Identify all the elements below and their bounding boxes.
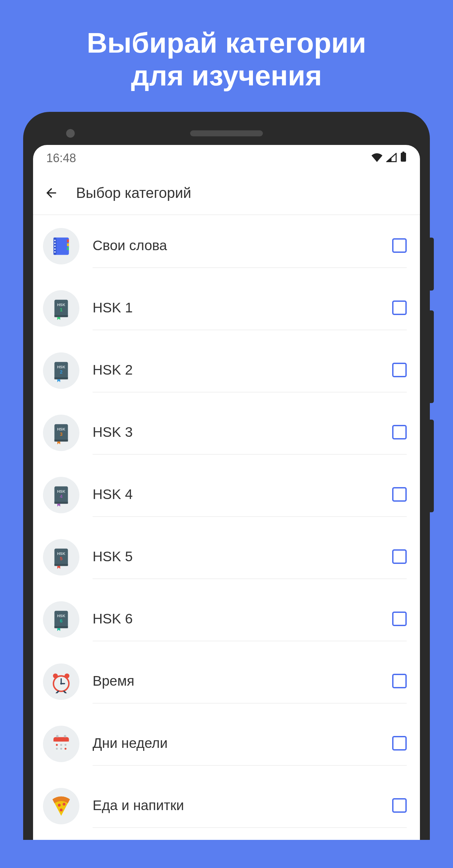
svg-point-55 [58,803,61,806]
phone-side-button [430,310,434,403]
category-row-food-drinks[interactable]: Еда и напитки [33,775,420,837]
svg-rect-33 [55,626,68,628]
svg-point-8 [54,243,56,244]
svg-point-57 [60,808,63,811]
svg-text:3: 3 [60,432,63,437]
category-label: HSK 4 [93,487,133,502]
phone-screen: 16:48 Выбор категорий С [33,145,420,840]
svg-text:5: 5 [60,556,63,561]
book-hsk-icon: HSK1 [43,290,79,327]
category-label-wrap: HSK 4 [93,483,407,517]
category-label: Еда и напитки [93,798,184,813]
svg-point-11 [54,251,56,252]
signal-icon [386,151,397,165]
category-row-own-words[interactable]: Свои слова [33,215,420,277]
category-row-hsk4[interactable]: HSK4HSK 4 [33,464,420,526]
category-label-wrap: HSK 6 [93,608,407,641]
svg-point-53 [60,748,62,749]
category-label: HSK 2 [93,362,133,378]
svg-text:1: 1 [60,307,63,312]
svg-point-52 [56,748,58,749]
clock-icon [43,663,79,700]
category-label: Дни недели [93,735,168,751]
svg-rect-17 [55,377,68,379]
category-checkbox[interactable] [392,674,407,688]
category-label-wrap: HSK 2 [93,359,407,393]
svg-point-10 [54,248,56,249]
phone-bezel-top [33,122,420,145]
svg-rect-29 [55,564,68,566]
category-checkbox[interactable] [392,363,407,377]
status-bar: 16:48 [33,145,420,172]
category-row-hsk6[interactable]: HSK6HSK 6 [33,588,420,651]
phone-camera [66,129,75,138]
category-label-wrap: Свои слова [93,234,407,268]
category-label: HSK 1 [93,300,133,316]
svg-text:6: 6 [60,618,63,623]
svg-rect-46 [54,740,69,742]
category-label: Свои слова [93,238,167,253]
svg-text:HSK: HSK [57,364,65,369]
category-list[interactable]: Свои словаHSK1HSK 1HSK2HSK 2HSK3HSK 3HSK… [33,215,420,840]
svg-point-56 [63,803,65,806]
category-label-wrap: HSK 3 [93,421,407,455]
svg-line-42 [56,691,58,693]
wifi-icon [371,151,383,165]
category-checkbox[interactable] [392,736,407,750]
category-label-wrap: Еда и напитки [93,794,407,828]
svg-line-43 [64,691,66,693]
svg-point-41 [64,674,69,678]
category-label-wrap: HSK 5 [93,545,407,579]
promo-heading: Выбирай категории для изучения [0,0,453,112]
svg-text:HSK: HSK [57,613,65,618]
book-hsk-icon: HSK5 [43,539,79,576]
status-time: 16:48 [46,151,76,165]
phone-side-button [430,238,434,290]
arrow-left-icon [44,186,59,200]
svg-rect-5 [67,243,69,246]
svg-rect-1 [402,152,405,153]
svg-rect-25 [55,502,68,504]
pizza-icon [43,788,79,824]
status-icons [371,151,407,165]
category-row-hsk3[interactable]: HSK3HSK 3 [33,402,420,464]
category-row-time[interactable]: Время [33,651,420,713]
svg-point-47 [56,735,59,737]
page-title: Выбор категорий [76,185,191,201]
svg-text:4: 4 [60,494,63,499]
back-button[interactable] [43,185,60,201]
category-checkbox[interactable] [392,425,407,439]
svg-point-9 [54,246,56,247]
category-row-hsk5[interactable]: HSK5HSK 5 [33,526,420,588]
svg-text:HSK: HSK [57,302,65,306]
category-checkbox[interactable] [392,487,407,502]
book-hsk-icon: HSK6 [43,601,79,638]
svg-point-7 [54,240,56,241]
app-bar: Выбор категорий [33,172,420,214]
svg-rect-4 [67,239,69,242]
promo-line-1: Выбирай категории [87,27,366,59]
category-checkbox[interactable] [392,549,407,564]
svg-text:HSK: HSK [57,427,65,431]
battery-icon [400,151,407,165]
svg-point-48 [64,735,66,737]
category-checkbox[interactable] [392,612,407,626]
book-hsk-icon: HSK3 [43,415,79,451]
category-label: HSK 6 [93,611,133,627]
svg-rect-2 [55,238,69,255]
category-label: HSK 5 [93,549,133,564]
svg-text:HSK: HSK [57,551,65,555]
category-label: Время [93,673,134,689]
svg-point-49 [56,744,58,746]
category-checkbox[interactable] [392,798,407,813]
category-checkbox[interactable] [392,301,407,315]
svg-point-51 [64,744,66,746]
category-row-hsk2[interactable]: HSK2HSK 2 [33,340,420,402]
promo-line-2: для изучения [131,60,322,91]
svg-rect-13 [55,315,68,317]
category-checkbox[interactable] [392,238,407,253]
svg-point-54 [64,748,66,749]
category-row-hsk1[interactable]: HSK1HSK 1 [33,277,420,340]
notebook-icon [43,228,79,265]
category-row-weekdays[interactable]: Дни недели [33,713,420,775]
